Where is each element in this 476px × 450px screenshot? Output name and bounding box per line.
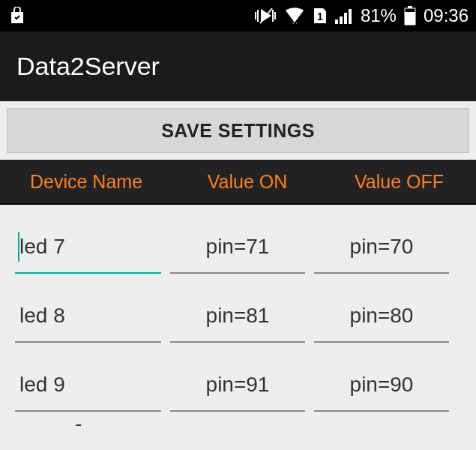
svg-rect-3	[335, 20, 338, 24]
table-row: led 8 pin=81 pin=80	[0, 274, 476, 343]
value-off-value: pin=90	[350, 373, 414, 397]
device-name-value: led 9	[19, 373, 65, 397]
table-body: led 7 pin=71 pin=70 led 8 pin=81 pin=80 …	[0, 205, 476, 449]
battery-icon	[404, 6, 416, 26]
value-off-field[interactable]: pin=70	[314, 221, 449, 274]
value-off-field[interactable]: pin=90	[314, 359, 449, 412]
header-value-off: Value OFF	[322, 171, 476, 193]
status-bar: ↑↓ 1 81% 09:36	[0, 0, 476, 32]
table-row: led 7 pin=71 pin=70	[0, 205, 476, 274]
device-name-value: -	[75, 412, 82, 435]
svg-rect-6	[349, 9, 352, 24]
value-on-value: pin=91	[206, 373, 270, 397]
device-name-field[interactable]: led 9	[15, 359, 161, 412]
value-on-value: pin=71	[206, 235, 270, 259]
value-off-value: pin=70	[350, 235, 414, 259]
value-on-field[interactable]: pin=81	[170, 290, 305, 343]
sim-icon: 1	[313, 7, 328, 25]
table-row: led 9 pin=91 pin=90	[0, 343, 476, 412]
signal-icon	[335, 8, 353, 24]
app-title: Data2Server	[16, 52, 160, 81]
save-settings-button[interactable]: SAVE SETTINGS	[7, 108, 469, 153]
svg-text:↑↓: ↑↓	[292, 20, 298, 24]
svg-text:1: 1	[317, 10, 323, 22]
app-bar: Data2Server	[0, 32, 476, 101]
wifi-icon: ↑↓	[284, 8, 305, 24]
device-name-field[interactable]: led 8	[15, 290, 161, 343]
device-name-value: led 8	[19, 304, 65, 328]
header-device-name: Device Name	[0, 171, 172, 193]
vibrate-icon	[254, 7, 277, 25]
value-off-field[interactable]: pin=80	[314, 290, 449, 343]
value-on-field[interactable]: pin=71	[170, 221, 305, 274]
table-header: Device Name Value ON Value OFF	[0, 160, 476, 205]
device-name-field[interactable]: led 7	[15, 221, 161, 274]
svg-rect-4	[340, 16, 343, 24]
svg-rect-5	[344, 13, 347, 24]
value-on-value: pin=81	[206, 304, 270, 328]
clock: 09:36	[424, 5, 469, 26]
table-row: -	[0, 412, 476, 449]
header-value-on: Value ON	[172, 171, 322, 193]
text-cursor	[18, 232, 19, 262]
bag-icon	[9, 7, 25, 25]
device-name-value: led 7	[19, 235, 65, 259]
value-off-value: pin=80	[350, 304, 414, 328]
svg-rect-9	[405, 12, 415, 25]
value-on-field[interactable]: pin=91	[170, 359, 305, 412]
device-name-field[interactable]: -	[7, 412, 165, 436]
battery-percent: 81%	[361, 5, 397, 26]
